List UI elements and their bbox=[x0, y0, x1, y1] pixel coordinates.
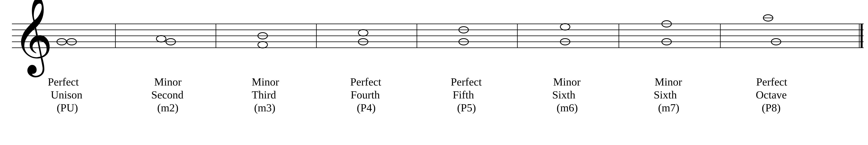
svg-text:Fourth: Fourth bbox=[351, 89, 380, 101]
svg-text:Third: Third bbox=[252, 89, 276, 101]
svg-text:Minor: Minor bbox=[553, 76, 581, 88]
svg-text:Octave: Octave bbox=[756, 89, 787, 101]
svg-text:Minor: Minor bbox=[252, 76, 279, 88]
main-container: 𝄞 bbox=[0, 0, 868, 145]
svg-text:Perfect: Perfect bbox=[350, 76, 381, 88]
svg-text:𝄞: 𝄞 bbox=[13, 0, 53, 78]
music-staff: 𝄞 bbox=[0, 0, 868, 145]
svg-point-25 bbox=[560, 24, 570, 30]
svg-text:(P4): (P4) bbox=[357, 102, 376, 114]
svg-point-20 bbox=[258, 42, 268, 48]
svg-text:Perfect: Perfect bbox=[756, 76, 787, 88]
svg-point-17 bbox=[156, 36, 166, 42]
svg-text:Perfect: Perfect bbox=[451, 76, 482, 88]
svg-text:Perfect: Perfect bbox=[48, 76, 79, 88]
svg-point-21 bbox=[359, 30, 368, 36]
svg-text:(m2): (m2) bbox=[157, 102, 179, 114]
svg-text:Minor: Minor bbox=[154, 76, 182, 88]
svg-text:(m3): (m3) bbox=[254, 102, 275, 114]
svg-text:(PU): (PU) bbox=[57, 102, 78, 114]
svg-text:Minor: Minor bbox=[655, 76, 682, 88]
svg-text:Sixth: Sixth bbox=[654, 89, 677, 101]
svg-text:Sixth: Sixth bbox=[552, 89, 575, 101]
svg-text:(m6): (m6) bbox=[557, 102, 578, 114]
svg-text:(P8): (P8) bbox=[762, 102, 781, 114]
svg-text:Fifth: Fifth bbox=[453, 89, 474, 101]
svg-text:(P5): (P5) bbox=[457, 102, 476, 114]
svg-text:(m7): (m7) bbox=[658, 102, 679, 114]
svg-text:Unison: Unison bbox=[51, 89, 82, 101]
svg-text:Second: Second bbox=[151, 89, 183, 101]
